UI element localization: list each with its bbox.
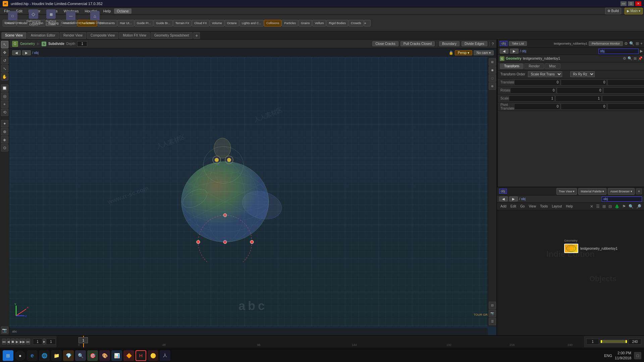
- edit-tool-1[interactable]: ⌖: [1, 101, 8, 108]
- props-close-icon[interactable]: +: [640, 41, 643, 46]
- minimize-button[interactable]: —: [621, 1, 627, 6]
- node-zoom-icon[interactable]: 🔎: [636, 204, 642, 209]
- persp-btn[interactable]: Persp ▾: [455, 50, 472, 55]
- vp-display-1[interactable]: ◉: [489, 66, 496, 74]
- pivot-x[interactable]: [514, 104, 560, 110]
- transform-order-select[interactable]: Scale Rot Trans Scale Trans Rot Rot Scal…: [528, 71, 562, 77]
- edit-tool-4[interactable]: ⊕: [1, 128, 8, 135]
- props-expand-icon[interactable]: ⊞: [636, 41, 639, 46]
- shelf-rigid-bodies[interactable]: Rigid Bodies: [326, 20, 348, 26]
- node-path-input[interactable]: [602, 196, 642, 202]
- tl-stop-btn[interactable]: ⏹: [11, 339, 15, 345]
- depth-input[interactable]: [77, 41, 87, 47]
- tl-play-btn[interactable]: ▶: [15, 339, 19, 345]
- vp-display-2[interactable]: ◌: [489, 74, 496, 82]
- tab-render-view[interactable]: Render View: [60, 32, 86, 39]
- shelf-hair-utils[interactable]: Hair Ut...: [117, 20, 134, 26]
- boundary-btn[interactable]: Boundary: [439, 41, 460, 46]
- rotate-tool[interactable]: ↺: [1, 57, 8, 64]
- camera-tool[interactable]: 📷: [1, 326, 8, 334]
- asset-browser-btn[interactable]: Asset Browser ▾: [608, 188, 635, 195]
- shelf-lights-c[interactable]: Lights and C...: [239, 20, 264, 26]
- vp-forward-btn[interactable]: ▶: [22, 50, 31, 55]
- performance-monitor-btn[interactable]: Performance Monitor: [589, 41, 623, 46]
- range-end-input[interactable]: [629, 339, 641, 345]
- tab-misc[interactable]: Misc: [545, 63, 560, 69]
- taskbar-cortana-btn[interactable]: ●: [15, 350, 25, 361]
- tree-view-btn[interactable]: Tree View ▾: [556, 188, 577, 195]
- geom-search-icon[interactable]: 🔍: [628, 56, 632, 61]
- pivot-y[interactable]: [561, 104, 607, 110]
- node-list-icon[interactable]: ☰: [595, 204, 600, 209]
- taskbar-app1[interactable]: 💎: [63, 350, 74, 361]
- edit-tool-2[interactable]: ⟲: [1, 109, 8, 116]
- divide-edges-btn[interactable]: Divide Edges: [462, 41, 487, 46]
- tab-transform[interactable]: Transform: [500, 63, 524, 69]
- shelf-crowds[interactable]: Crowds: [348, 20, 364, 26]
- rotate-x[interactable]: [510, 87, 556, 94]
- props-forward-btn[interactable]: ▶: [510, 49, 519, 54]
- node-delete-icon[interactable]: ✕: [589, 204, 594, 209]
- taskbar-app6[interactable]: 🔶: [123, 350, 134, 361]
- shelf-cloud-fx[interactable]: Cloud FX: [192, 20, 209, 26]
- vp-display-6[interactable]: ☰: [489, 318, 496, 325]
- tab-scene-view[interactable]: Scene View: [1, 32, 26, 39]
- scale-z[interactable]: [602, 96, 644, 102]
- scale-y[interactable]: [555, 96, 601, 102]
- edit-tool-5[interactable]: ◈: [1, 136, 8, 143]
- tl-start-frame-input[interactable]: [33, 339, 42, 345]
- no-cam-btn[interactable]: No cam ▾: [474, 50, 494, 55]
- material-palette-btn[interactable]: Material Palette ▾: [578, 188, 606, 195]
- node-item-rubber-toy[interactable]: Geometry testgeometry_rubbertoy1: [564, 244, 618, 253]
- select-tool[interactable]: ↖: [1, 41, 8, 48]
- vp-display-4[interactable]: ⊟: [489, 302, 496, 309]
- node-search-icon[interactable]: 🔍: [628, 204, 634, 209]
- shelf-collisions[interactable]: Collisions: [264, 20, 282, 26]
- tab-motion-fx[interactable]: Motion FX View: [119, 32, 150, 39]
- taskbar-notification-btn[interactable]: □: [634, 352, 641, 359]
- vp-display-3[interactable]: ⊕: [489, 82, 496, 90]
- taskbar-ie-btn[interactable]: e: [27, 350, 38, 361]
- shelf-grains[interactable]: Grains: [299, 20, 312, 26]
- snap-tool[interactable]: 🔲: [1, 84, 8, 92]
- edit-tool-3[interactable]: ✦: [1, 120, 8, 127]
- edit-tool-6[interactable]: ⊙: [1, 144, 8, 152]
- tl-anim-mode-btn[interactable]: ▶: [43, 339, 46, 345]
- shelf-guide-br[interactable]: Guide Br...: [154, 20, 173, 26]
- rotation-order-select[interactable]: Rx Ry Rz Rx Rz Ry Ry Rx Rz: [570, 71, 595, 77]
- node-tree-icon[interactable]: 🌲: [614, 204, 620, 209]
- vp-zoom-fit[interactable]: ⊞: [489, 58, 496, 66]
- node-grid2-icon[interactable]: ⊟: [608, 204, 612, 209]
- shelf-particles[interactable]: Particles: [282, 20, 298, 26]
- taskbar-app4[interactable]: 🎨: [99, 350, 110, 361]
- tab-render[interactable]: Render: [524, 63, 544, 69]
- shelf-volume[interactable]: Volume: [210, 20, 224, 26]
- tl-to-start-btn[interactable]: ⏮: [2, 339, 6, 345]
- node-grid-icon[interactable]: ⊞: [602, 204, 606, 209]
- taskbar-start-btn[interactable]: ⊞: [3, 350, 13, 361]
- shelf-vellum[interactable]: Vellum: [312, 20, 326, 26]
- tl-to-end-btn[interactable]: ⏭: [26, 339, 30, 345]
- add-view-tab-button[interactable]: +: [193, 32, 200, 39]
- tab-composite-view[interactable]: Composite View: [87, 32, 118, 39]
- path-go-icon[interactable]: ▶: [640, 49, 643, 53]
- close-cracks-btn[interactable]: Close Cracks: [372, 41, 398, 46]
- node-menu-layout[interactable]: Layout: [550, 204, 563, 209]
- tab-animation-editor[interactable]: Animation Editor: [27, 32, 59, 39]
- taskbar-app2[interactable]: 🔍: [75, 350, 86, 361]
- menu-octane[interactable]: Octane: [114, 8, 131, 14]
- tl-current-frame-input[interactable]: [78, 337, 88, 343]
- main-button[interactable]: ▶ Main ▾: [625, 8, 643, 14]
- pull-cracks-btn[interactable]: Pull Cracks Closed: [400, 41, 435, 46]
- node-menu-tools[interactable]: Tools: [539, 204, 549, 209]
- taskbar-watermark-app[interactable]: 人: [160, 350, 170, 361]
- props-settings-icon[interactable]: ⚙: [624, 41, 628, 46]
- tl-next-btn[interactable]: ▶▶: [19, 339, 25, 345]
- geom-settings-icon[interactable]: ⚙: [623, 56, 626, 61]
- vp-back-btn[interactable]: ◀: [12, 50, 21, 55]
- taskbar-app8[interactable]: 🟡: [148, 350, 158, 361]
- ctx-static-object[interactable]: □ Static Object: [3, 15, 22, 25]
- range-start-input[interactable]: [586, 339, 599, 345]
- node-add-icon[interactable]: +: [636, 188, 642, 194]
- tab-geometry-spreadsheet[interactable]: Geometry Spreadsheet: [151, 32, 193, 39]
